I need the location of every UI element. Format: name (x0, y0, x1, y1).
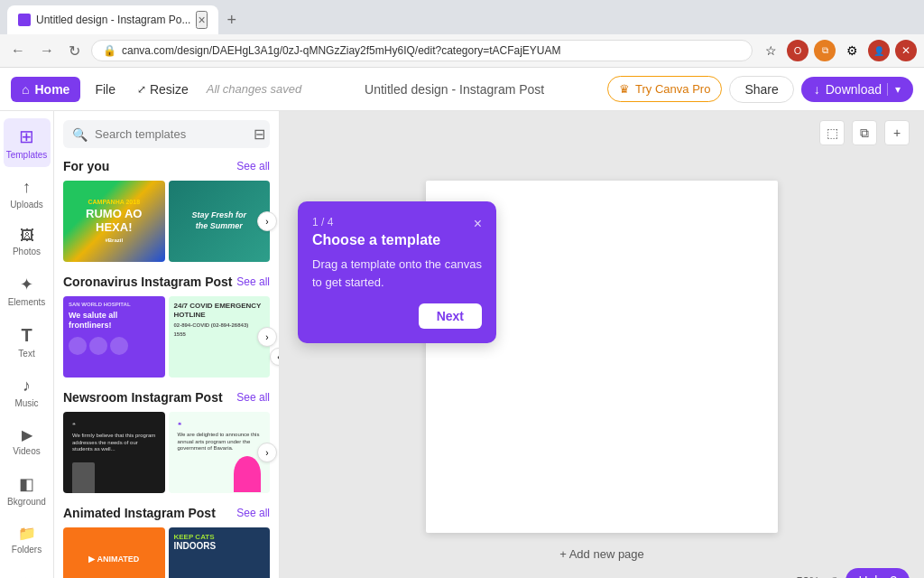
user-avatar[interactable]: 👤 (868, 40, 890, 61)
sidebar-item-photos[interactable]: 🖼 Photos (4, 220, 51, 264)
url-bar[interactable]: 🔒 canva.com/design/DAEHgL3A1g/0zJ-qMNGzZ… (91, 40, 753, 61)
see-all-newsroom[interactable]: See all (236, 391, 270, 404)
sidebar-label-elements: Elements (8, 297, 46, 307)
forward-button[interactable]: → (36, 41, 58, 61)
filter-button[interactable]: ⊟ (254, 126, 265, 143)
expand-button[interactable]: + (884, 120, 910, 145)
help-button[interactable]: Help ? (845, 568, 910, 578)
music-icon: ♪ (23, 377, 31, 396)
sidebar-item-videos[interactable]: ▶ Videos (4, 419, 51, 463)
section-title-coronavirus: Coronavirus Instagram Post (63, 275, 233, 289)
template-thumb-animated1[interactable]: ▶ ANIMATED (63, 527, 165, 578)
canvas-area: ⬚ ⧉ + 1 / 4 Choose a template × Drag a t… (280, 111, 924, 578)
templates-icon: ⊞ (19, 126, 34, 147)
lock-icon: 🔒 (103, 44, 116, 57)
folders-icon: 📁 (18, 525, 36, 542)
tooltip-close-button[interactable]: × (474, 216, 482, 232)
tooltip-title: Choose a template (312, 232, 440, 248)
sidebar-label-text: Text (18, 349, 34, 359)
search-input[interactable] (95, 127, 246, 141)
file-button[interactable]: File (88, 79, 123, 100)
section-header-coronavirus: Coronavirus Instagram Post See all (63, 275, 270, 289)
sidebar-item-uploads[interactable]: ↑ Uploads (4, 171, 51, 217)
zoom-expand-button[interactable]: ⤢ (827, 573, 838, 579)
saved-status: All changes saved (207, 82, 302, 96)
tooltip-next-button[interactable]: Next (419, 303, 482, 329)
try-pro-label: Try Canva Pro (635, 82, 710, 96)
sidebar-item-background[interactable]: ◧ Bkground (4, 467, 51, 514)
template-thumb-news2[interactable]: ❝ We are delighted to announce this annu… (169, 412, 271, 493)
home-button[interactable]: ⌂ Home (11, 77, 80, 102)
template-grid-newsroom: ❝ We firmly believe that this program ad… (63, 412, 270, 493)
newsroom-next-button[interactable]: › (257, 443, 277, 462)
see-all-coronavirus[interactable]: See all (236, 275, 270, 288)
try-pro-button[interactable]: ♛ Try Canva Pro (607, 76, 722, 102)
tab-title: Untitled design - Instagram Po... (36, 14, 190, 26)
download-dropdown-icon: ▾ (887, 83, 901, 96)
resize-button[interactable]: ⤢ Resize (130, 79, 196, 100)
add-page-button[interactable]: + Add new page (549, 542, 655, 566)
section-header-animated: Animated Instagram Post See all (63, 506, 270, 520)
sidebar-item-music[interactable]: ♪ Music (4, 369, 51, 415)
see-all-for-you[interactable]: See all (236, 160, 270, 172)
sidebar-item-templates[interactable]: ⊞ Templates (4, 118, 51, 167)
sidebar: ⊞ Templates ↑ Uploads 🖼 Photos ✦ Element… (0, 111, 54, 578)
browser-tab[interactable]: Untitled design - Instagram Po... × (7, 5, 218, 34)
photos-icon: 🖼 (20, 228, 34, 244)
more-icon: ••• (19, 573, 35, 578)
sidebar-label-videos: Videos (13, 446, 40, 456)
help-label: Help (858, 573, 884, 578)
tab-close-button[interactable]: × (196, 11, 207, 29)
resize-label: Resize (150, 82, 189, 97)
template-thumb-fruit[interactable]: Stay Fresh forthe Summer (169, 181, 271, 262)
for-you-next-button[interactable]: › (257, 211, 277, 231)
template-thumb-covid1[interactable]: SAN WORLD HOSPITAL We salute all frontli… (63, 296, 165, 378)
extension-1[interactable]: O (787, 40, 808, 61)
zoom-level: 52% (796, 574, 819, 579)
template-grid-for-you: CAMPANHA 2018 RUMO AOHEXA! #Brazil Stay … (63, 181, 270, 262)
text-icon: T (21, 325, 32, 346)
sidebar-label-templates: Templates (6, 150, 48, 160)
frame-button[interactable]: ⬚ (819, 120, 845, 145)
template-thumb-animated2[interactable]: KEEP CATS INDOORS (169, 527, 271, 578)
section-title-newsroom: Newsroom Instagram Post (63, 390, 223, 405)
search-icon: 🔍 (72, 127, 88, 142)
panel-toggle-button[interactable]: ‹ (270, 348, 280, 366)
template-grid-coronavirus: SAN WORLD HOSPITAL We salute all frontli… (63, 296, 270, 378)
reload-button[interactable]: ↻ (65, 41, 84, 61)
sidebar-item-more[interactable]: ••• More (4, 565, 51, 578)
templates-panel: 🔍 ⊟ For you See all CAMPANHA 2018 RUMO A… (54, 111, 280, 578)
uploads-icon: ↑ (23, 178, 31, 197)
search-bar[interactable]: 🔍 ⊟ (63, 120, 270, 148)
sidebar-item-elements[interactable]: ✦ Elements (4, 267, 51, 314)
download-icon: ↓ (814, 82, 820, 97)
share-button[interactable]: Share (729, 76, 793, 103)
brazil-thumb-text: CAMPANHA 2018 RUMO AOHEXA! #Brazil (82, 195, 145, 247)
browser-actions: ☆ O ⧉ ⚙ 👤 ✕ (760, 40, 917, 61)
template-thumb-covid2[interactable]: 24/7 COVID EMERGENCY HOTLINE 02-894-COVI… (169, 296, 271, 378)
browser-menu[interactable]: ✕ (895, 40, 917, 61)
extension-3[interactable]: ⚙ (841, 40, 863, 61)
template-grid-animated: ▶ ANIMATED KEEP CATS INDOORS (63, 527, 270, 578)
bookmark-button[interactable]: ☆ (760, 40, 781, 61)
copy-button[interactable]: ⧉ (852, 120, 877, 145)
extension-2[interactable]: ⧉ (814, 40, 836, 61)
section-title-for-you: For you (63, 159, 109, 173)
template-thumb-brazil[interactable]: CAMPANHA 2018 RUMO AOHEXA! #Brazil (63, 181, 165, 262)
sidebar-item-folders[interactable]: 📁 Folders (4, 517, 51, 562)
design-title: Untitled design - Instagram Post (309, 82, 600, 97)
tooltip-description: Drag a template onto the canvas to get s… (312, 256, 482, 291)
download-label: Download (826, 82, 882, 97)
see-all-animated[interactable]: See all (236, 507, 270, 519)
new-tab-button[interactable]: + (222, 9, 243, 32)
download-button[interactable]: ↓ Download ▾ (801, 77, 913, 102)
template-thumb-news1[interactable]: ❝ We firmly believe that this program ad… (63, 412, 165, 493)
back-button[interactable]: ← (7, 41, 29, 61)
sidebar-item-text[interactable]: T Text (4, 318, 51, 366)
canvas-toolbar: ⬚ ⧉ + (819, 120, 910, 145)
tooltip-step-info: 1 / 4 Choose a template (312, 216, 440, 248)
address-bar: ← → ↻ 🔒 canva.com/design/DAEHgL3A1g/0zJ-… (0, 34, 924, 67)
elements-icon: ✦ (20, 275, 33, 294)
background-icon: ◧ (19, 474, 34, 494)
coronavirus-next-button[interactable]: › (257, 327, 277, 347)
